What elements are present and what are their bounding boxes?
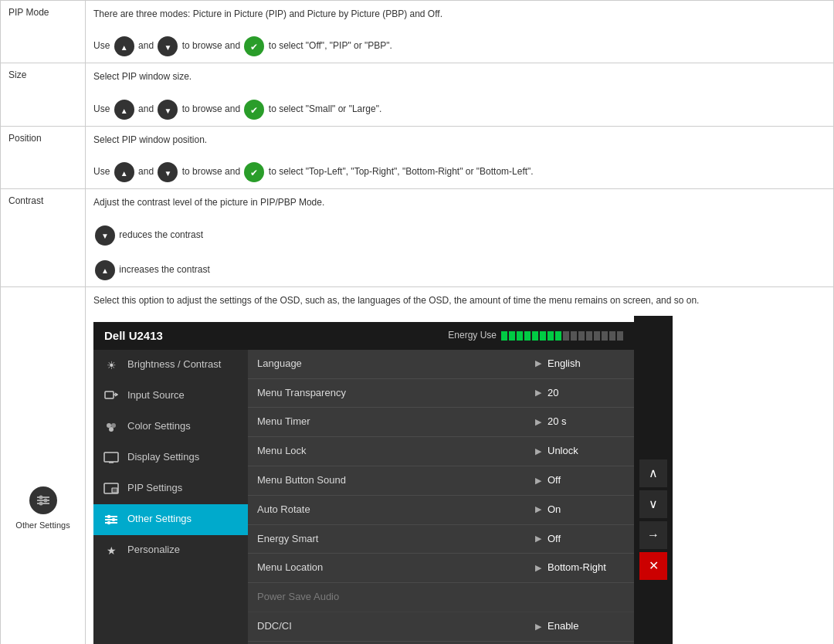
use-text: Use [93,41,113,52]
sidebar-item-display[interactable]: Display Settings [93,442,248,473]
other-icon [103,511,120,528]
nav-down-icon: ∨ [649,494,658,514]
sidebar-item-color[interactable]: Color Settings [93,412,248,442]
and-text-1: and [138,41,156,52]
menu-value-energy-smart: Off [548,531,625,547]
sidebar-label-brightness: Brightness / Contrast [127,357,221,373]
nav-up-icon: ∧ [649,463,658,483]
size-select-text: to select "Small" or "Large". [269,103,381,114]
menu-row-location[interactable]: Menu Location ▶ Bottom-Right [248,554,634,583]
arrow-button-sound: ▶ [535,474,541,488]
row-label-position: Position [1,126,86,188]
table-row: Size Select PIP window size. Use and to … [1,63,834,126]
menu-label-power-save-audio: Power Save Audio [257,589,625,605]
row-label-size: Size [1,63,86,126]
sidebar-item-brightness[interactable]: ☀ Brightness / Contrast [93,350,248,381]
color-icon [103,419,120,436]
energy-seg [524,331,531,341]
menu-label-language: Language [257,356,529,372]
arrow-language: ▶ [535,357,541,371]
menu-row-energy-smart[interactable]: Energy Smart ▶ Off [248,525,634,554]
down-icon-contrast [95,225,115,246]
osd-header: Dell U2413 Energy Use [93,322,634,350]
menu-row-auto-rotate[interactable]: Auto Rotate ▶ On [248,496,634,525]
menu-value-auto-rotate: On [548,502,625,518]
energy-seg [617,331,623,341]
sidebar-item-pip[interactable]: PIP Settings [93,473,248,504]
use-text-3: Use [93,166,113,177]
use-text-2: Use [93,103,113,114]
arrow-location: ▶ [535,561,541,575]
energy-seg [548,331,554,341]
sidebar-label-personalize: Personalize [127,542,180,558]
menu-row-transparency[interactable]: Menu Transparency ▶ 20 [248,379,634,408]
energy-seg [594,331,600,341]
row-content-position: Select PIP window position. Use and to b… [86,126,834,188]
menu-label-transparency: Menu Transparency [257,385,529,402]
display-icon [103,449,120,466]
sidebar-item-personalize[interactable]: ★ Personalize [93,535,248,566]
nav-right-button[interactable]: → [639,521,667,549]
svg-point-10 [109,427,114,432]
up-icon-contrast [95,260,115,280]
nav-up-button[interactable]: ∧ [639,459,667,487]
osd-menu-content: Language ▶ English Menu Transparency ▶ 2… [248,350,634,644]
menu-value-button-sound: Off [548,473,625,489]
arrow-auto-rotate: ▶ [535,503,541,517]
menu-value-language: English [548,356,625,372]
pip-icon [103,480,120,497]
other-settings-desc: Select this option to adjust the setting… [93,295,699,306]
sidebar-item-other[interactable]: Other Settings [93,504,248,535]
arrow-energy-smart: ▶ [535,532,541,546]
arrow-transparency: ▶ [535,386,541,400]
input-icon [103,388,120,405]
row-label-pip-mode: PIP Mode [1,1,86,63]
menu-value-timer: 20 s [548,414,625,430]
nav-close-icon: ✕ [649,556,659,576]
increases-text: increases the contrast [119,264,209,275]
menu-label-energy-smart: Energy Smart [257,531,529,547]
energy-seg [501,331,507,341]
svg-point-18 [107,515,110,518]
menu-row-power-save-audio: Power Save Audio [248,583,634,612]
brightness-icon: ☀ [103,357,120,374]
osd-energy-section: Energy Use [448,328,623,343]
table-row: PIP Mode There are three modes: Picture … [1,1,834,63]
sidebar-label-pip: PIP Settings [127,480,182,497]
nav-down-button[interactable]: ∨ [639,490,667,518]
menu-label-location: Menu Location [257,560,529,576]
svg-point-20 [107,521,110,524]
arrow-lock: ▶ [535,445,541,459]
menu-row-timer[interactable]: Menu Timer ▶ 20 s [248,408,634,437]
nav-close-button[interactable]: ✕ [639,552,667,580]
sidebar-item-input[interactable]: Input Source [93,381,248,412]
down-icon-pos [158,162,178,182]
energy-seg [578,331,585,341]
position-desc: Select PIP window position. [93,134,207,145]
menu-label-auto-rotate: Auto Rotate [257,502,529,518]
up-icon-size [114,100,134,120]
other-settings-icon [29,486,57,514]
menu-row-button-sound[interactable]: Menu Button Sound ▶ Off [248,466,634,496]
svg-point-9 [111,423,116,428]
menu-label-lock: Menu Lock [257,443,529,459]
row-content-other-settings: Select this option to adjust the setting… [86,286,834,644]
menu-value-lock: Unlock [548,443,625,459]
browse-text-2: to browse and [182,103,243,114]
page-wrapper: PIP Mode There are three modes: Picture … [0,0,834,644]
personalize-icon: ★ [103,542,120,559]
energy-seg [532,331,538,341]
osd-body: ☀ Brightness / Contrast [93,350,634,644]
menu-row-lock[interactable]: Menu Lock ▶ Unlock [248,437,634,466]
menu-row-language[interactable]: Language ▶ English [248,350,634,379]
browse-text-1: to browse and [182,41,243,52]
menu-label-timer: Menu Timer [257,414,529,430]
sidebar-label-other: Other Settings [127,511,192,527]
other-settings-label: Other Settings [15,520,70,530]
up-icon-pos [114,162,134,182]
osd-title: Dell U2413 [104,327,163,345]
svg-point-19 [112,518,115,521]
contrast-desc: Adjust the contrast level of the picture… [93,197,324,208]
table-row: Contrast Adjust the contrast level of th… [1,189,834,287]
menu-row-ddc-ci[interactable]: DDC/CI ▶ Enable [248,612,634,642]
